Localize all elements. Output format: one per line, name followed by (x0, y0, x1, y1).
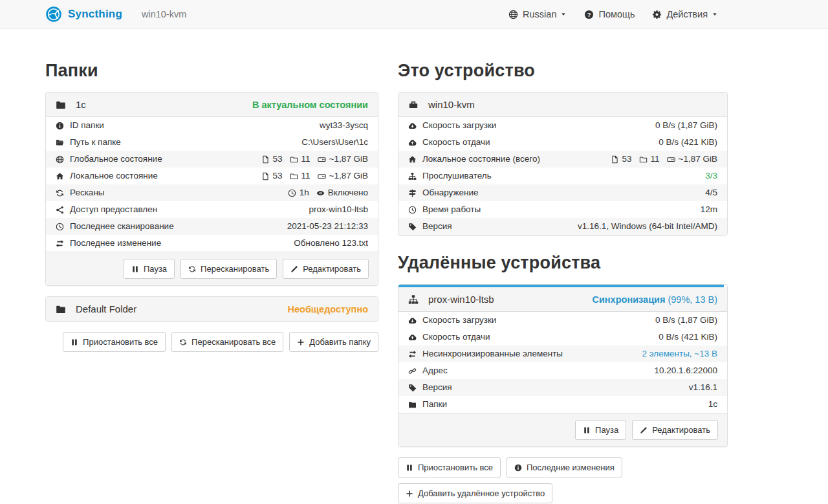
detail-row: Время работы 12m (398, 201, 727, 218)
detail-row: Доступ предоставлен prox-win10-ltsb (46, 201, 378, 218)
value-segment: 1h (288, 188, 309, 198)
detail-row: Последнее изменение Обновлено 123.txt (46, 235, 378, 252)
sitemap-icon (408, 172, 417, 181)
tag-icon (408, 223, 417, 231)
panel-body: Скорость загрузки 0 B/s (1,87 GiB) Скоро… (398, 116, 727, 235)
value-segment: ~1,87 GiB (667, 154, 717, 164)
add-remote-device-button[interactable]: Добавить удалённое устройство (398, 483, 552, 503)
detail-value: 3/3 (705, 171, 717, 181)
detail-value: v1.16.1 (689, 382, 717, 393)
detail-row: Скорость отдачи 0 B/s (421 KiB) (398, 134, 727, 151)
value-segment: 3/3 (705, 171, 717, 181)
panel-heading[interactable]: win10-kvm (398, 93, 727, 116)
rescan-all-button[interactable]: Пересканировать все (171, 332, 283, 352)
detail-row: Прослушиватель 3/3 (398, 168, 727, 184)
detail-row: Ресканы 1hВключено (46, 184, 378, 201)
detail-label: Скорость загрузки (408, 315, 496, 325)
detail-row: Скорость отдачи 0 B/s (421 KiB) (398, 329, 727, 345)
rescan-button[interactable]: Пересканировать (180, 259, 277, 279)
detail-row: Последнее сканирование 2021-05-23 21:12:… (46, 218, 378, 235)
value-segment: 2021-05-23 21:12:33 (287, 221, 368, 232)
detail-value: Обновлено 123.txt (294, 238, 368, 248)
clock-icon (56, 223, 64, 231)
panel-title: Default Folder (76, 303, 136, 314)
value-segment: 53 (261, 154, 283, 164)
value-segment: 0 B/s (421 KiB) (659, 332, 717, 342)
pause-all-folders-button[interactable]: Приостановить все (63, 332, 166, 352)
help-menu[interactable]: Помощь (584, 9, 635, 19)
file-icon (611, 155, 619, 164)
sitemap-icon (408, 294, 419, 305)
caret-down-icon (560, 11, 567, 17)
file-icon (261, 155, 270, 164)
detail-row: Версия v1.16.1, Windows (64-bit Intel/AM… (398, 218, 727, 235)
panel-heading[interactable]: Default Folder Необщедоступно (46, 297, 378, 321)
navbar: Syncthing win10-kvm Russian Помощь Дейст… (0, 0, 828, 29)
folder-panel-default-folder: Default Folder Необщедоступно (45, 296, 378, 322)
detail-value: 0 B/s (1,87 GiB) (655, 120, 717, 131)
value-segment: Обновлено 123.txt (294, 238, 368, 248)
caret-down-icon (712, 11, 718, 17)
folder-outline-icon (639, 155, 648, 164)
value-segment: v1.16.1 (689, 382, 717, 393)
value-segment: 11 (639, 154, 660, 164)
detail-value: 0 B/s (1,87 GiB) (655, 315, 717, 325)
panel-footer: Пауза Редактировать (398, 413, 727, 446)
panel-heading[interactable]: 1c В актуальном состоянии (46, 93, 378, 116)
brand-title[interactable]: Syncthing (68, 8, 122, 21)
folders-column: Папки 1c В актуальном состоянии ID папки… (45, 29, 378, 503)
detail-label: Глобальное состояние (56, 154, 162, 164)
value-segment: wyt33-3yscq (320, 120, 368, 131)
plus-icon (406, 490, 413, 498)
remote-device-actions: Приостановить все Последние изменения До… (398, 457, 728, 503)
actions-menu[interactable]: Действия (652, 9, 718, 19)
edit-button[interactable]: Редактировать (283, 259, 369, 279)
detail-label: Последнее сканирование (56, 221, 174, 232)
pause-icon (406, 464, 413, 472)
folder-icon (56, 100, 66, 110)
detail-value: 0 B/s (421 KiB) (659, 332, 717, 342)
detail-value: 0 B/s (421 KiB) (659, 137, 717, 148)
value-segment: 10.20.1.6:22000 (654, 366, 717, 376)
recent-changes-button[interactable]: Последние изменения (507, 457, 622, 477)
detail-row: ID папки wyt33-3yscq (46, 117, 378, 134)
language-menu[interactable]: Russian (508, 9, 567, 19)
out-of-sync-items-link[interactable]: 2 элементы, ~13 B (642, 349, 717, 359)
value-segment: 53 (261, 171, 283, 181)
folders-heading: Папки (45, 61, 378, 81)
device-icon (408, 100, 419, 110)
value-segment: prox-win10-ltsb (309, 204, 368, 215)
clock-icon (408, 206, 417, 214)
signpost-icon (408, 189, 417, 197)
info-icon (56, 122, 64, 130)
syncthing-logo-icon (45, 6, 62, 23)
detail-value: v1.16.1, Windows (64-bit Intel/AMD) (578, 221, 717, 232)
detail-row: Локальное состояние (всего) 5311~1,87 Gi… (398, 151, 727, 168)
detail-row: Папки 1c (398, 396, 727, 413)
panel-title: prox-win10-ltsb (428, 294, 494, 305)
panel-heading[interactable]: prox-win10-ltsb Синхронизация(99%, 13 B) (398, 287, 727, 311)
pause-device-button[interactable]: Пауза (575, 420, 626, 440)
share-icon (56, 206, 64, 214)
detail-row: Скорость загрузки 0 B/s (1,87 GiB) (398, 117, 727, 134)
value-segment: 1c (708, 399, 717, 410)
folder-open-icon (56, 138, 64, 147)
detail-value: 1c (708, 399, 717, 410)
devices-column: Это устройство win10-kvm Скорость загруз… (398, 29, 728, 503)
detail-label: Ресканы (56, 188, 105, 198)
pencil-icon (640, 426, 648, 434)
detail-label: Доступ предоставлен (56, 204, 157, 215)
plus-icon (297, 338, 305, 346)
status-badge: Необщедоступно (288, 304, 368, 314)
pause-button[interactable]: Пауза (124, 259, 175, 279)
pause-all-devices-button[interactable]: Приостановить все (398, 457, 501, 477)
hdd-icon (318, 172, 326, 181)
edit-device-button[interactable]: Редактировать (632, 420, 718, 440)
detail-value: 2021-05-23 21:12:33 (287, 221, 368, 232)
detail-label: ID папки (56, 120, 104, 131)
status-badge: Синхронизация(99%, 13 B) (592, 294, 717, 305)
panel-title: win10-kvm (428, 99, 475, 110)
detail-row: Обнаружение 4/5 (398, 184, 727, 201)
add-folder-button[interactable]: Добавить папку (289, 332, 378, 352)
value-segment: 11 (290, 154, 310, 164)
